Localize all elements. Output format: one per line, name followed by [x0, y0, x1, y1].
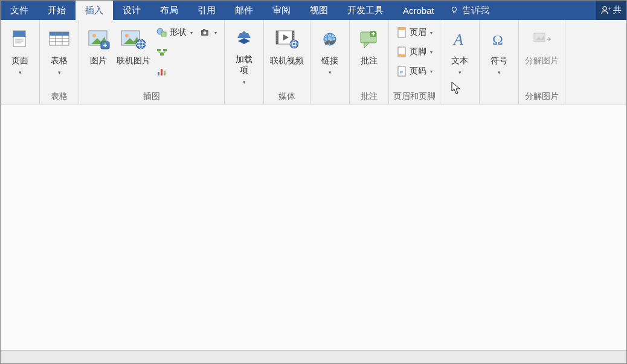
user-share-area[interactable]: + 共	[596, 1, 626, 20]
chart-icon	[156, 66, 167, 77]
app-window: 文件 开始 插入 设计 布局 引用 邮件 审阅 视图 开发工具 Acrobat …	[0, 0, 627, 364]
chevron-down-icon: ▾	[190, 30, 193, 36]
group-tables: 表格▾ 表格	[40, 20, 79, 104]
svg-text:#: #	[400, 69, 403, 75]
table-button[interactable]: 表格▾	[43, 22, 75, 88]
svg-point-2	[603, 7, 606, 10]
svg-point-42	[277, 40, 278, 41]
group-symbols: Ω 符号▾	[480, 20, 519, 104]
tab-home[interactable]: 开始	[38, 1, 76, 20]
tab-design[interactable]: 设计	[113, 1, 150, 20]
screenshot-button[interactable]: ▾	[198, 24, 219, 42]
tellme-search[interactable]: 告诉我	[444, 1, 596, 20]
document-area[interactable]	[1, 104, 626, 350]
group-comments: 批注 批注	[350, 20, 389, 104]
chevron-down-icon: ▾	[243, 77, 246, 88]
footer-button[interactable]: 页脚 ▾	[394, 43, 435, 61]
picture-icon	[86, 28, 111, 50]
page-number-icon: #	[396, 66, 407, 77]
chevron-down-icon: ▾	[430, 30, 432, 36]
links-label: 链接	[321, 55, 338, 66]
svg-rect-32	[164, 71, 166, 75]
addins-button[interactable]: 加载项▾	[228, 22, 260, 88]
header-icon	[396, 27, 407, 38]
smartart-button[interactable]	[154, 43, 195, 61]
page-number-label: 页码	[410, 66, 426, 77]
tellme-label: 告诉我	[462, 5, 489, 16]
chevron-down-icon: ▾	[19, 67, 22, 78]
svg-point-39	[277, 33, 278, 34]
online-pictures-button[interactable]: 联机图片	[114, 22, 153, 88]
comment-button[interactable]: 批注	[353, 22, 385, 88]
group-links-label	[314, 89, 346, 103]
tab-references[interactable]: 引用	[188, 1, 225, 20]
svg-rect-27	[157, 49, 161, 51]
chevron-down-icon: ▾	[458, 67, 461, 78]
comment-label: 批注	[361, 55, 378, 66]
svg-point-22	[136, 39, 146, 49]
tab-view[interactable]: 视图	[300, 1, 338, 20]
group-pages-label	[4, 89, 36, 103]
store-icon	[234, 28, 254, 49]
svg-point-41	[277, 37, 278, 39]
svg-rect-35	[203, 29, 205, 31]
chart-button[interactable]	[154, 62, 195, 80]
group-tables-label: 表格	[43, 89, 75, 103]
tab-developer[interactable]: 开发工具	[338, 1, 393, 20]
person-icon: +	[601, 5, 611, 15]
online-video-label: 联机视频	[270, 55, 304, 66]
screenshot-icon	[200, 27, 211, 38]
group-text-label	[444, 89, 475, 103]
textbox-icon: A	[451, 30, 469, 48]
decompose-label: 分解图片	[525, 55, 559, 66]
tab-layout[interactable]: 布局	[150, 1, 188, 20]
page-number-button[interactable]: # 页码 ▾	[394, 62, 435, 80]
svg-text:Ω: Ω	[492, 32, 503, 48]
smartart-icon	[156, 46, 167, 57]
group-decompose: 分解图片 分解图片	[519, 20, 565, 104]
status-bar	[1, 350, 626, 363]
svg-point-45	[293, 37, 294, 39]
tab-acrobat[interactable]: Acrobat	[393, 1, 444, 20]
online-pictures-label: 联机图片	[117, 55, 150, 66]
symbols-button[interactable]: Ω 符号▾	[483, 22, 515, 88]
tab-mailings[interactable]: 邮件	[225, 1, 263, 20]
svg-rect-10	[50, 32, 69, 36]
table-label: 表格	[51, 55, 68, 66]
group-headerfooter: 页眉 ▾ 页脚 ▾ # 页码 ▾ 页眉和页脚	[389, 20, 440, 104]
decompose-picture-button[interactable]: 分解图片	[522, 22, 561, 88]
symbols-label: 符号	[490, 55, 507, 66]
svg-marker-57	[364, 43, 369, 48]
omega-icon: Ω	[490, 30, 508, 48]
online-video-button[interactable]: 联机视频	[268, 22, 306, 88]
pictures-button[interactable]: 图片	[83, 22, 114, 88]
online-picture-icon	[120, 28, 147, 50]
chevron-down-icon: ▾	[58, 67, 61, 78]
svg-rect-26	[161, 32, 166, 36]
svg-point-43	[293, 33, 294, 34]
group-media-label: 媒体	[268, 89, 306, 103]
header-button[interactable]: 页眉 ▾	[394, 24, 435, 42]
svg-rect-30	[158, 72, 159, 75]
svg-rect-28	[163, 49, 167, 51]
svg-rect-1	[453, 11, 455, 13]
tab-file[interactable]: 文件	[1, 1, 38, 20]
tab-review[interactable]: 审阅	[263, 1, 300, 20]
group-decompose-label: 分解图片	[522, 89, 561, 103]
tab-insert[interactable]: 插入	[76, 1, 113, 20]
shapes-button[interactable]: 形状 ▾	[154, 24, 195, 42]
group-addins: 加载项▾	[225, 20, 264, 104]
group-headerfooter-label: 页眉和页脚	[393, 89, 436, 103]
ribbon-tabbar: 文件 开始 插入 设计 布局 引用 邮件 审阅 视图 开发工具 Acrobat …	[1, 1, 626, 20]
footer-icon	[396, 46, 407, 57]
addins-label: 加载项	[236, 54, 252, 75]
svg-rect-37	[276, 31, 278, 44]
links-button[interactable]: 链接▾	[314, 22, 346, 88]
group-media: 联机视频 媒体	[264, 20, 310, 104]
group-addins-label	[228, 89, 260, 103]
text-button[interactable]: A 文本▾	[444, 22, 475, 88]
pages-button[interactable]: 页面▾	[4, 22, 36, 88]
pictures-label: 图片	[90, 55, 107, 66]
svg-rect-31	[161, 69, 162, 75]
svg-rect-5	[13, 31, 25, 37]
